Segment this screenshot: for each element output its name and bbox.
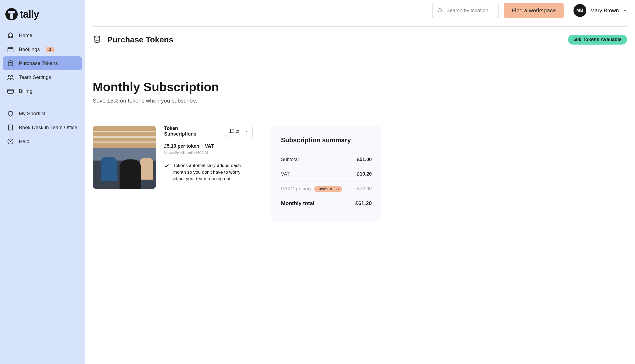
avatar: MB (573, 4, 586, 17)
search-icon (437, 8, 443, 13)
find-workspace-button[interactable]: Find a workspace (504, 3, 564, 18)
sidebar-item-home[interactable]: Home (3, 28, 82, 42)
sidebar-item-label: Billing (19, 88, 33, 94)
subtotal-value: £51.00 (357, 157, 372, 162)
sidebar-item-help[interactable]: Help (3, 134, 82, 148)
sidebar-item-label: My Shortlist (19, 111, 45, 117)
price-usual: Usually £6 with PAYG (164, 150, 252, 155)
logo[interactable]: tally (0, 5, 85, 28)
save-badge: Save £10.80 (314, 186, 342, 192)
sidebar-item-label: Home (19, 32, 33, 38)
search-wrap (432, 3, 499, 18)
sidebar-item-team-settings[interactable]: Team Settings (3, 70, 82, 84)
page-title: Purchase Tokens (107, 35, 173, 44)
divider (93, 53, 627, 53)
card-icon (7, 88, 14, 95)
sidebar-item-label: Bookings (19, 46, 40, 52)
token-status-badge: 500 Tokens Available (568, 35, 627, 45)
total-label: Monthly total (281, 200, 314, 206)
home-icon (7, 32, 14, 39)
chevron-down-icon (245, 129, 248, 133)
svg-rect-5 (8, 125, 12, 130)
svg-rect-4 (8, 89, 13, 93)
user-menu[interactable]: MB Mary Brown (573, 4, 627, 17)
subtotal-label: Subtotal (281, 157, 299, 162)
team-icon (7, 74, 14, 81)
svg-point-2 (8, 75, 10, 77)
sidebar-item-purchase-tokens[interactable]: Purchase Tokens (3, 56, 82, 70)
logo-mark-icon (5, 8, 18, 20)
sidebar-item-label: Help (19, 139, 29, 144)
payg-label: PAYG pricing (281, 186, 311, 191)
user-name: Mary Brown (590, 8, 619, 14)
sidebar-item-billing[interactable]: Billing (3, 84, 82, 98)
summary-title: Subscription summary (281, 136, 372, 144)
sidebar-item-label: Book Desk in Team Office (19, 125, 77, 130)
sidebar-item-label: Team Settings (19, 74, 51, 80)
workspace-image (93, 126, 156, 189)
token-quantity-select[interactable]: 10 to (225, 126, 252, 137)
token-subscriptions-label: Token Subscriptions (164, 126, 202, 137)
total-value: £61.20 (355, 200, 372, 206)
svg-rect-0 (8, 47, 13, 52)
bookings-badge: 3 (46, 47, 54, 52)
main: Find a workspace MB Mary Brown Purchase … (85, 0, 635, 364)
chevron-down-icon (623, 8, 627, 13)
svg-point-1 (8, 61, 13, 63)
divider (93, 26, 627, 27)
sidebar-item-book-desk[interactable]: Book Desk in Team Office (3, 121, 82, 134)
price-per-token: £5.10 per token + VAT (164, 143, 252, 149)
select-value: 10 to (229, 129, 239, 134)
svg-point-7 (438, 9, 441, 12)
vat-value: £10.20 (357, 171, 372, 177)
heart-icon (7, 110, 14, 117)
sidebar-divider (0, 101, 85, 101)
payg-value: £72.00 (357, 186, 372, 192)
subscription-details: Token Subscriptions 10 to £5.10 per toke… (93, 126, 252, 189)
divider (93, 112, 252, 112)
building-icon (7, 124, 14, 131)
tokens-icon (93, 35, 101, 45)
subscription-summary: Subscription summary Subtotal £51.00 VAT… (271, 126, 381, 221)
help-icon (7, 138, 14, 145)
sidebar-item-shortlist[interactable]: My Shortlist (3, 107, 82, 121)
sidebar: tally Home Bookings 3 Purchase Token (0, 0, 85, 364)
check-icon (164, 163, 169, 169)
svg-point-8 (94, 36, 100, 38)
vat-label: VAT (281, 171, 290, 177)
topbar: Find a workspace MB Mary Brown (85, 0, 635, 26)
calendar-icon (7, 46, 14, 53)
sidebar-item-label: Purchase Tokens (19, 60, 58, 66)
logo-text: tally (20, 9, 39, 20)
section-title: Monthly Subscription (93, 80, 627, 94)
sidebar-item-bookings[interactable]: Bookings 3 (3, 42, 82, 56)
feature-text: Tokens automatically added each month so… (173, 162, 252, 182)
section-subtitle: Save 15% on tokens when you subscribe. (93, 97, 627, 104)
page-header: Purchase Tokens 500 Tokens Available (93, 35, 627, 45)
svg-point-3 (11, 75, 13, 77)
feature-item: Tokens automatically added each month so… (164, 162, 252, 182)
tokens-icon (7, 60, 14, 67)
